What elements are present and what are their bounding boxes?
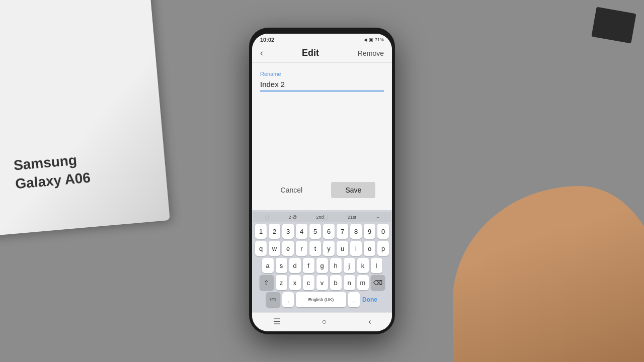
kb-space-key[interactable]: English (UK) <box>296 292 346 307</box>
nav-menu-icon[interactable]: ☰ <box>273 317 280 326</box>
kb-key-b[interactable]: b <box>330 275 342 290</box>
kb-key-d[interactable]: d <box>289 258 301 273</box>
keyboard: ⬚ 2 @ 2nd⬚ 21st ··· 1 2 3 4 5 6 7 8 9 0 <box>252 210 392 312</box>
kb-key-7[interactable]: 7 <box>337 224 348 239</box>
kb-key-t[interactable]: t <box>309 241 321 256</box>
status-time: 10:02 <box>260 37 274 43</box>
kb-key-u[interactable]: u <box>337 241 348 256</box>
keyboard-toolbar: ⬚ 2 @ 2nd⬚ 21st ··· <box>253 212 391 222</box>
nav-home-icon[interactable]: ○ <box>322 317 327 326</box>
signal-icon: ◀ <box>364 37 367 42</box>
kb-toolbar-21st[interactable]: 21st <box>346 214 358 221</box>
kb-key-x[interactable]: x <box>289 275 301 290</box>
kb-key-z[interactable]: z <box>276 275 287 290</box>
kb-sym-key[interactable]: !#1 <box>266 292 280 307</box>
rename-label: Rename <box>260 71 384 77</box>
kb-toolbar-clipboard[interactable]: ⬚ <box>263 214 271 221</box>
nav-back-icon[interactable]: ‹ <box>368 317 371 326</box>
kb-key-a[interactable]: a <box>262 258 274 273</box>
keyboard-row-numbers: 1 2 3 4 5 6 7 8 9 0 <box>253 224 391 239</box>
cancel-button[interactable]: Cancel <box>269 182 315 198</box>
kb-key-c[interactable]: c <box>303 275 314 290</box>
keyboard-row-qwerty: q w e r t y u i o p <box>253 241 391 256</box>
kb-key-1[interactable]: 1 <box>255 224 267 239</box>
kb-key-o[interactable]: o <box>364 241 375 256</box>
kb-key-h[interactable]: h <box>330 258 342 273</box>
page-title: Edit <box>302 48 319 58</box>
keyboard-row-bottom: !#1 , English (UK) . Done <box>253 292 391 307</box>
kb-period-key[interactable]: . <box>348 292 360 307</box>
rename-input[interactable] <box>260 79 384 90</box>
kb-key-6[interactable]: 6 <box>323 224 335 239</box>
kb-key-s[interactable]: s <box>276 258 287 273</box>
action-buttons: Cancel Save <box>260 176 384 202</box>
kb-key-w[interactable]: w <box>269 241 280 256</box>
kb-key-e[interactable]: e <box>282 241 294 256</box>
remove-button[interactable]: Remove <box>358 49 384 57</box>
kb-key-2[interactable]: 2 <box>269 224 280 239</box>
save-button[interactable]: Save <box>331 182 375 198</box>
phone-device: 10:02 ◀ ▣ 71% ‹ Edit Remove Rename Cance… <box>249 28 395 334</box>
battery-icon: 71% <box>375 37 384 42</box>
keyboard-row-zxcv: ⇧ z x c v b n m ⌫ <box>253 275 391 290</box>
samsung-box <box>0 0 170 237</box>
kb-backspace-key[interactable]: ⌫ <box>371 275 385 290</box>
kb-key-f[interactable]: f <box>303 258 314 273</box>
status-bar: 10:02 ◀ ▣ 71% <box>252 34 392 44</box>
kb-key-k[interactable]: k <box>357 258 369 273</box>
kb-toolbar-2nd[interactable]: 2nd⬚ <box>314 214 331 221</box>
phone-screen: 10:02 ◀ ▣ 71% ‹ Edit Remove Rename Cance… <box>252 34 392 331</box>
kb-key-3[interactable]: 3 <box>282 224 294 239</box>
rename-input-wrapper <box>260 79 384 92</box>
kb-toolbar-at[interactable]: 2 @ <box>287 214 299 221</box>
kb-key-4[interactable]: 4 <box>296 224 307 239</box>
kb-key-q[interactable]: q <box>255 241 267 256</box>
back-button[interactable]: ‹ <box>260 48 263 58</box>
phone-notch <box>317 28 327 33</box>
kb-comma-key[interactable]: , <box>282 292 294 307</box>
kb-key-r[interactable]: r <box>296 241 307 256</box>
keyboard-row-asdf: a s d f g h j k l <box>253 258 391 273</box>
kb-key-9[interactable]: 9 <box>364 224 375 239</box>
kb-key-n[interactable]: n <box>344 275 355 290</box>
kb-key-l[interactable]: l <box>371 258 382 273</box>
kb-key-m[interactable]: m <box>357 275 369 290</box>
kb-toolbar-more[interactable]: ··· <box>373 214 381 221</box>
content-area: Rename Cancel Save <box>252 63 392 210</box>
kb-key-i[interactable]: i <box>350 241 362 256</box>
kb-key-g[interactable]: g <box>316 258 328 273</box>
wifi-icon: ▣ <box>369 37 373 42</box>
kb-done-key[interactable]: Done <box>362 292 378 307</box>
kb-key-p[interactable]: p <box>377 241 389 256</box>
kb-key-5[interactable]: 5 <box>309 224 321 239</box>
kb-key-y[interactable]: y <box>323 241 335 256</box>
top-bar: ‹ Edit Remove <box>252 44 392 63</box>
kb-key-v[interactable]: v <box>316 275 328 290</box>
kb-key-8[interactable]: 8 <box>350 224 362 239</box>
status-icons: ◀ ▣ 71% <box>364 37 384 42</box>
kb-shift-key[interactable]: ⇧ <box>260 275 274 290</box>
bottom-nav: ☰ ○ ‹ <box>252 312 392 331</box>
kb-key-j[interactable]: j <box>344 258 355 273</box>
kb-key-0[interactable]: 0 <box>377 224 389 239</box>
